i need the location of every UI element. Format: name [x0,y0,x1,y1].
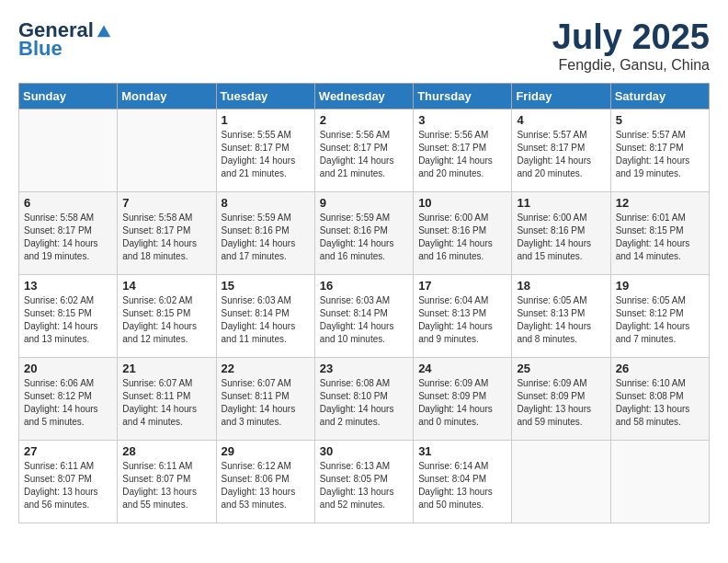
sunrise-label: Sunrise: 5:57 AM [616,130,686,140]
sunrise-label: Sunrise: 5:58 AM [24,213,94,223]
calendar-week-row: 20Sunrise: 6:06 AMSunset: 8:12 PMDayligh… [19,357,710,440]
daylight-label: Daylight: 14 hours and 21 minutes. [222,155,296,178]
sunrise-label: Sunrise: 6:01 AM [616,213,686,223]
daylight-label: Daylight: 14 hours and 19 minutes. [24,238,98,261]
day-of-week-header: Monday [118,83,216,109]
calendar-cell: 3Sunrise: 5:56 AMSunset: 8:17 PMDaylight… [414,109,512,191]
sunrise-label: Sunrise: 5:55 AM [222,130,291,140]
calendar-week-row: 1Sunrise: 5:55 AMSunset: 8:17 PMDaylight… [19,109,710,191]
cell-info: Sunrise: 6:09 AMSunset: 8:09 PMDaylight:… [418,377,506,429]
calendar-cell: 17Sunrise: 6:04 AMSunset: 8:13 PMDayligh… [414,274,512,357]
sunset-label: Sunset: 8:11 PM [222,391,290,401]
day-number: 11 [517,196,605,210]
calendar-cell: 25Sunrise: 6:09 AMSunset: 8:09 PMDayligh… [512,357,610,440]
sunset-label: Sunset: 8:16 PM [222,225,290,236]
sunset-label: Sunset: 8:08 PM [616,391,684,401]
sunset-label: Sunset: 8:11 PM [122,391,190,401]
sunset-label: Sunset: 8:14 PM [222,308,290,318]
daylight-label: Daylight: 13 hours and 56 minutes. [24,487,98,510]
sunset-label: Sunset: 8:17 PM [122,225,190,236]
cell-info: Sunrise: 6:01 AMSunset: 8:15 PMDaylight:… [616,212,704,263]
day-of-week-header: Wednesday [314,83,413,109]
sunrise-label: Sunrise: 5:59 AM [320,213,390,223]
cell-info: Sunrise: 6:05 AMSunset: 8:12 PMDaylight:… [616,294,704,346]
day-of-week-header: Friday [512,83,610,109]
calendar-cell: 29Sunrise: 6:12 AMSunset: 8:06 PMDayligh… [216,440,314,523]
sunrise-label: Sunrise: 5:56 AM [320,130,390,140]
cell-info: Sunrise: 6:00 AMSunset: 8:16 PMDaylight:… [517,212,605,263]
calendar-cell: 20Sunrise: 6:06 AMSunset: 8:12 PMDayligh… [19,357,118,440]
sunset-label: Sunset: 8:07 PM [122,474,190,484]
calendar-cell: 19Sunrise: 6:05 AMSunset: 8:12 PMDayligh… [610,274,709,357]
cell-info: Sunrise: 5:56 AMSunset: 8:17 PMDaylight:… [320,129,408,180]
day-number: 17 [418,279,506,293]
day-number: 15 [222,279,310,293]
daylight-label: Daylight: 14 hours and 18 minutes. [122,238,197,261]
sunrise-label: Sunrise: 5:57 AM [517,130,586,140]
sunset-label: Sunset: 8:16 PM [418,225,486,236]
cell-info: Sunrise: 5:57 AMSunset: 8:17 PMDaylight:… [616,129,704,180]
sunset-label: Sunset: 8:06 PM [222,474,290,484]
cell-info: Sunrise: 6:02 AMSunset: 8:15 PMDaylight:… [24,294,112,346]
sunset-label: Sunset: 8:17 PM [320,143,388,153]
daylight-label: Daylight: 14 hours and 21 minutes. [320,155,394,178]
calendar-header-row: SundayMondayTuesdayWednesdayThursdayFrid… [19,83,710,109]
day-number: 14 [122,279,210,293]
sunrise-label: Sunrise: 6:00 AM [418,213,488,223]
day-number: 6 [24,196,112,210]
sunset-label: Sunset: 8:16 PM [320,225,388,236]
sunrise-label: Sunrise: 6:05 AM [517,295,586,305]
cell-info: Sunrise: 6:11 AMSunset: 8:07 PMDaylight:… [24,460,112,511]
day-number: 7 [122,196,210,210]
sunrise-label: Sunrise: 6:02 AM [122,295,192,305]
day-number: 23 [320,362,408,375]
day-number: 26 [616,362,704,375]
logo-blue-text: Blue [18,37,63,61]
calendar-cell: 7Sunrise: 5:58 AMSunset: 8:17 PMDaylight… [118,191,216,274]
daylight-label: Daylight: 14 hours and 9 minutes. [418,321,493,344]
sunset-label: Sunset: 8:15 PM [24,308,92,318]
calendar-cell: 10Sunrise: 6:00 AMSunset: 8:16 PMDayligh… [414,191,512,274]
calendar-cell: 2Sunrise: 5:56 AMSunset: 8:17 PMDaylight… [314,109,413,191]
day-number: 31 [418,444,506,458]
day-of-week-header: Sunday [19,83,118,109]
calendar-week-row: 27Sunrise: 6:11 AMSunset: 8:07 PMDayligh… [19,440,710,523]
day-of-week-header: Tuesday [216,83,314,109]
day-number: 27 [24,444,112,458]
daylight-label: Daylight: 14 hours and 2 minutes. [320,404,394,427]
calendar-cell: 23Sunrise: 6:08 AMSunset: 8:10 PMDayligh… [314,357,413,440]
daylight-label: Daylight: 14 hours and 15 minutes. [517,238,591,261]
day-number: 4 [517,113,605,127]
cell-info: Sunrise: 6:05 AMSunset: 8:13 PMDaylight:… [517,294,605,346]
page-header: General Blue July 2025 Fengdie, Gansu, C… [18,18,710,74]
daylight-label: Daylight: 14 hours and 16 minutes. [418,238,493,261]
sunset-label: Sunset: 8:13 PM [418,308,486,318]
sunrise-label: Sunrise: 6:06 AM [24,378,94,388]
daylight-label: Daylight: 13 hours and 53 minutes. [222,487,296,510]
cell-info: Sunrise: 6:02 AMSunset: 8:15 PMDaylight:… [122,294,210,346]
day-number: 10 [418,196,506,210]
cell-info: Sunrise: 6:03 AMSunset: 8:14 PMDaylight:… [222,294,310,346]
sunset-label: Sunset: 8:17 PM [222,143,290,153]
daylight-label: Daylight: 14 hours and 3 minutes. [222,404,296,427]
cell-info: Sunrise: 6:13 AMSunset: 8:05 PMDaylight:… [320,460,408,511]
sunset-label: Sunset: 8:05 PM [320,474,388,484]
calendar-cell: 28Sunrise: 6:11 AMSunset: 8:07 PMDayligh… [118,440,216,523]
sunrise-label: Sunrise: 6:07 AM [222,378,291,388]
calendar-table: SundayMondayTuesdayWednesdayThursdayFrid… [18,83,710,523]
cell-info: Sunrise: 6:00 AMSunset: 8:16 PMDaylight:… [418,212,506,263]
day-number: 22 [222,362,310,375]
sunrise-label: Sunrise: 6:10 AM [616,378,686,388]
sunset-label: Sunset: 8:14 PM [320,308,388,318]
calendar-cell: 15Sunrise: 6:03 AMSunset: 8:14 PMDayligh… [216,274,314,357]
daylight-label: Daylight: 14 hours and 13 minutes. [24,321,98,344]
calendar-cell: 11Sunrise: 6:00 AMSunset: 8:16 PMDayligh… [512,191,610,274]
sunset-label: Sunset: 8:10 PM [320,391,388,401]
sunset-label: Sunset: 8:09 PM [418,391,486,401]
day-number: 19 [616,279,704,293]
daylight-label: Daylight: 13 hours and 55 minutes. [122,487,197,510]
cell-info: Sunrise: 6:09 AMSunset: 8:09 PMDaylight:… [517,377,605,429]
sunrise-label: Sunrise: 6:12 AM [222,461,291,471]
daylight-label: Daylight: 13 hours and 52 minutes. [320,487,394,510]
sunset-label: Sunset: 8:17 PM [517,143,585,153]
